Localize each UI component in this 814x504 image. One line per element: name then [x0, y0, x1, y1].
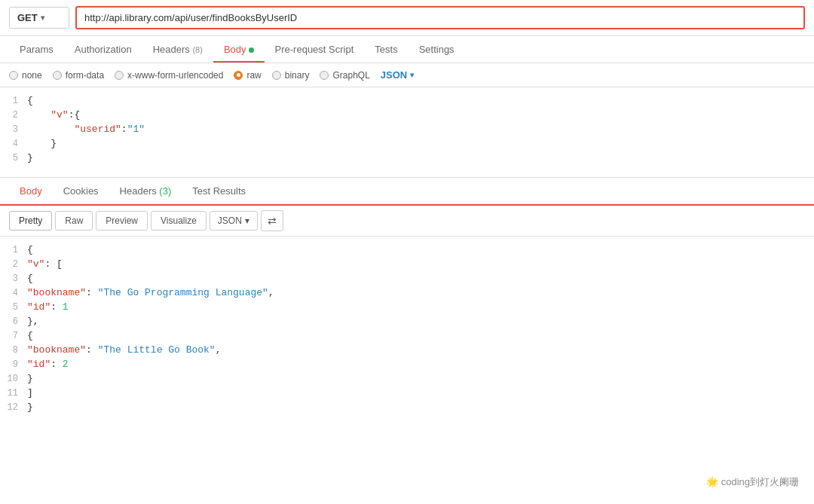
line-content: "bookname": "The Go Programming Language…: [27, 287, 814, 298]
line-number: 11: [0, 388, 27, 399]
resp-tab-headers[interactable]: Headers (3): [109, 178, 182, 204]
radio-dot-GraphQL: [320, 71, 329, 80]
resp-tab-body[interactable]: Body: [9, 178, 53, 204]
code-token-punct: :: [50, 359, 63, 370]
resp-code-line: 12}: [0, 400, 814, 414]
view-row: PrettyRawPreviewVisualizeJSON ▾⇄: [0, 206, 814, 237]
line-number: 6: [0, 316, 27, 327]
body-type-raw[interactable]: raw: [234, 70, 261, 81]
line-content: },: [27, 316, 814, 327]
json-label: JSON: [381, 69, 407, 81]
resp-code-line: 8 "bookname": "The Little Go Book",: [0, 343, 814, 357]
code-line: 5}: [0, 151, 814, 165]
method-select[interactable]: GET ▾: [9, 7, 69, 29]
radio-dot-x-www-form-urlencoded: [115, 71, 124, 80]
code-token-num: 2: [63, 359, 69, 370]
tab-body[interactable]: Body: [213, 36, 265, 63]
tab-authorization[interactable]: Authorization: [64, 36, 142, 63]
body-type-label-GraphQL: GraphQL: [332, 70, 369, 81]
code-token-string: "The Go Programming Language": [98, 287, 268, 298]
body-type-label-none: none: [22, 70, 42, 81]
response-tabs: BodyCookiesHeaders (3)Test Results: [0, 178, 814, 206]
method-chevron: ▾: [41, 14, 44, 22]
wrap-button[interactable]: ⇄: [261, 210, 283, 231]
code-token-punct: : [: [44, 258, 62, 270]
line-content: }: [27, 402, 814, 413]
code-token-key: "id": [27, 359, 50, 370]
line-number: 1: [0, 245, 27, 255]
body-dot: [249, 47, 254, 53]
line-content: "id": 2: [27, 359, 814, 370]
top-bar: GET ▾ http://api.library.com/api/user/fi…: [0, 0, 814, 36]
json-chevron: ▾: [410, 71, 414, 79]
code-token-punct: :: [86, 344, 98, 356]
line-number: 5: [0, 302, 27, 313]
body-type-row: noneform-datax-www-form-urlencodedrawbin…: [0, 63, 814, 87]
code-token-punct: ,: [33, 316, 39, 327]
body-type-label-raw: raw: [246, 70, 261, 81]
line-number: 8: [0, 345, 27, 356]
body-type-label-x-www-form-urlencoded: x-www-form-urlencoded: [127, 70, 223, 81]
tab-pre-request-script[interactable]: Pre-request Script: [265, 36, 365, 63]
view-btn-raw[interactable]: Raw: [55, 211, 93, 231]
code-token-key: "v": [27, 258, 44, 270]
request-tabs: ParamsAuthorizationHeaders (8)BodyPre-re…: [0, 36, 814, 63]
code-line: 2 "v":{: [0, 108, 814, 122]
view-btn-preview[interactable]: Preview: [96, 211, 148, 231]
line-number: 2: [0, 110, 27, 121]
body-type-none[interactable]: none: [9, 70, 42, 81]
json-dropdown[interactable]: JSON▾: [381, 69, 414, 81]
code-token-key: "bookname": [27, 287, 86, 298]
body-type-label-binary: binary: [285, 70, 310, 81]
code-token-punct: :: [86, 287, 98, 298]
resp-code-line: 7 {: [0, 328, 814, 343]
radio-dot-raw: [234, 71, 243, 80]
view-btn-pretty[interactable]: Pretty: [9, 211, 52, 231]
line-content: "bookname": "The Little Go Book",: [27, 344, 814, 356]
code-token-brace: ]: [27, 387, 33, 399]
body-type-binary[interactable]: binary: [272, 70, 310, 81]
response-section: BodyCookiesHeaders (3)Test Results Prett…: [0, 178, 814, 420]
view-btn-visualize[interactable]: Visualize: [151, 211, 207, 231]
resp-tab-cookies[interactable]: Cookies: [53, 178, 109, 204]
line-number: 4: [0, 288, 27, 298]
resp-code-line: 3 {: [0, 271, 814, 286]
radio-dot-binary: [272, 71, 281, 80]
tab-headers[interactable]: Headers (8): [142, 36, 213, 63]
body-type-form-data[interactable]: form-data: [53, 70, 104, 81]
code-line: 1{: [0, 93, 814, 108]
resp-tab-test-results[interactable]: Test Results: [182, 178, 256, 204]
code-token-num: 1: [63, 301, 69, 313]
line-content: {: [27, 330, 814, 341]
tab-params[interactable]: Params: [9, 36, 64, 63]
response-json-chevron: ▾: [245, 215, 249, 226]
response-json-select[interactable]: JSON ▾: [210, 211, 258, 231]
line-content: "userid":"1": [27, 124, 814, 135]
line-number: 5: [0, 153, 27, 163]
line-number: 3: [0, 124, 27, 135]
resp-code-line: 9 "id": 2: [0, 357, 814, 371]
tab-settings[interactable]: Settings: [409, 36, 465, 63]
resp-code-line: 6 },: [0, 314, 814, 328]
code-token-brace: }: [27, 373, 33, 384]
body-type-GraphQL[interactable]: GraphQL: [320, 70, 369, 81]
line-content: }: [27, 152, 814, 163]
resp-code-line: 1{: [0, 243, 814, 257]
tab-badge: (8): [192, 45, 202, 54]
line-content: "v": [: [27, 258, 814, 270]
url-input[interactable]: http://api.library.com/api/user/findBook…: [75, 6, 805, 29]
code-token-punct: :: [50, 301, 63, 313]
line-number: 4: [0, 139, 27, 149]
resp-code-line: 10 }: [0, 371, 814, 386]
radio-dot-form-data: [53, 71, 62, 80]
body-type-x-www-form-urlencoded[interactable]: x-www-form-urlencoded: [115, 70, 223, 81]
code-line: 4 }: [0, 136, 814, 151]
request-code-editor: 1{2 "v":{3 "userid":"1"4 }5}: [0, 87, 814, 178]
resp-code-line: 5 "id": 1: [0, 300, 814, 314]
line-number: 9: [0, 359, 27, 370]
code-token-brace: {: [27, 244, 33, 255]
code-line: 3 "userid":"1": [0, 122, 814, 136]
tab-tests[interactable]: Tests: [364, 36, 408, 63]
code-token-key: "bookname": [27, 344, 86, 356]
line-number: 3: [0, 273, 27, 284]
